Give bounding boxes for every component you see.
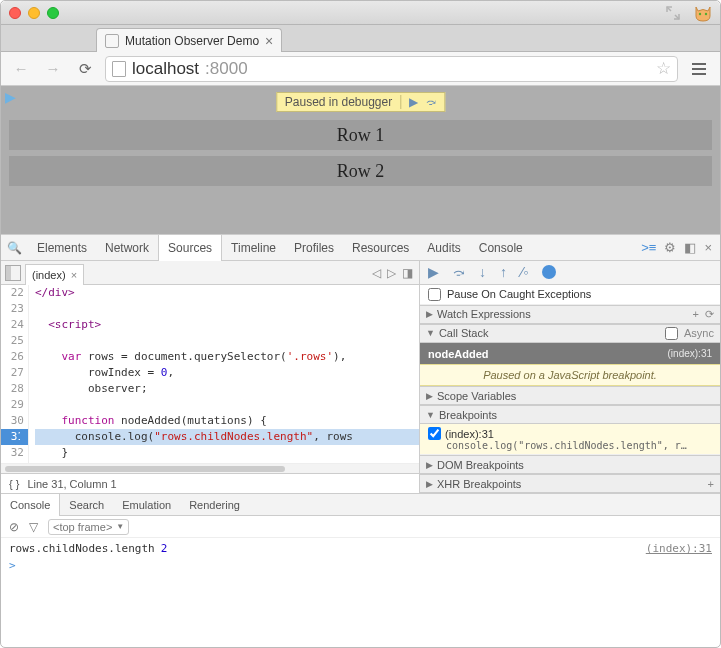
tab-audits[interactable]: Audits (418, 235, 469, 261)
drawer-tab-search[interactable]: Search (60, 494, 113, 516)
console-prompt[interactable]: > (1, 557, 720, 574)
show-sidebar-icon[interactable]: ◨ (402, 266, 413, 280)
xhr-bp-section-header[interactable]: ▶ XHR Breakpoints + (420, 474, 720, 493)
chevron-right-icon: ▶ (426, 309, 433, 319)
dom-bp-section-header[interactable]: ▶ DOM Breakpoints (420, 455, 720, 474)
horizontal-scrollbar[interactable] (1, 463, 419, 473)
add-watch-icon[interactable]: + (693, 308, 699, 320)
overlay-step-icon[interactable]: ⤼ (426, 95, 436, 109)
debugger-toolbar: ▶ ⤼ ↓ ↑ ⁄◦ (420, 261, 720, 285)
scope-section-header[interactable]: ▶ Scope Variables (420, 386, 720, 405)
callstack-section-header[interactable]: ▼ Call Stack Async (420, 324, 720, 343)
page-icon (112, 61, 126, 77)
settings-icon[interactable]: ⚙ (664, 240, 676, 255)
favicon-icon (105, 34, 119, 48)
chevron-right-icon: ▶ (426, 460, 433, 470)
callstack-frame[interactable]: nodeAdded (index):31 (420, 343, 720, 365)
reload-button[interactable]: ⟳ (73, 57, 97, 81)
url-port: :8000 (205, 59, 248, 79)
breakpoint-item[interactable]: (index):31 console.log("rows.childNodes.… (420, 424, 720, 455)
inspect-icon[interactable]: 🔍 (1, 235, 28, 261)
address-bar[interactable]: localhost:8000 ☆ (105, 56, 678, 82)
chevron-right-icon: ▶ (426, 391, 433, 401)
history-back-icon[interactable]: ◁ (372, 266, 381, 280)
close-file-tab-icon[interactable]: × (71, 269, 77, 281)
tab-timeline[interactable]: Timeline (222, 235, 285, 261)
console-source-link[interactable]: (index):31 (646, 542, 712, 555)
frame-selector[interactable]: <top frame>▼ (48, 519, 129, 535)
console-output[interactable]: rows.childNodes.length2 (index):31 > (1, 538, 720, 646)
resume-button[interactable]: ▶ (428, 264, 439, 280)
breakpoints-section-header[interactable]: ▼ Breakpoints (420, 405, 720, 424)
watch-section-header[interactable]: ▶ Watch Expressions +⟳ (420, 305, 720, 324)
zoom-window-button[interactable] (47, 7, 59, 19)
pretty-print-icon[interactable]: { } (9, 478, 19, 490)
dock-icon[interactable]: ◧ (684, 240, 696, 255)
tab-resources[interactable]: Resources (343, 235, 418, 261)
page-row: Row 2 (9, 156, 712, 186)
devtools-drawer: Console Search Emulation Rendering ⊘ ▽ <… (1, 493, 720, 646)
cursor-position: Line 31, Column 1 (27, 478, 116, 490)
debugger-sidebar: ▶ ⤼ ↓ ↑ ⁄◦ Pause On Caught Exceptions ▶ … (420, 261, 720, 493)
tab-close-button[interactable]: × (265, 33, 273, 49)
deactivate-bp-button[interactable]: ⁄◦ (521, 264, 528, 280)
browser-tabstrip: Mutation Observer Demo × (1, 25, 720, 52)
tab-network[interactable]: Network (96, 235, 158, 261)
close-window-button[interactable] (9, 7, 21, 19)
bookmark-star-icon[interactable]: ☆ (656, 58, 671, 79)
step-over-button[interactable]: ⤼ (453, 264, 465, 280)
devtools-tabs: 🔍 Elements Network Sources Timeline Prof… (1, 235, 720, 261)
frame-location: (index):31 (668, 348, 712, 359)
chevron-right-icon: ▶ (426, 479, 433, 489)
svg-point-1 (705, 13, 707, 15)
file-tab-label: (index) (32, 269, 66, 281)
resume-overlay-icon[interactable]: ▶ (5, 89, 16, 105)
page-row: Row 1 (9, 120, 712, 150)
close-devtools-icon[interactable]: × (704, 240, 712, 255)
step-out-button[interactable]: ↑ (500, 264, 507, 280)
back-button[interactable]: ← (9, 57, 33, 81)
tab-sources[interactable]: Sources (158, 235, 222, 261)
toggle-drawer-icon[interactable]: >≡ (641, 240, 656, 255)
paused-text: Paused in debugger (277, 95, 401, 109)
drawer-tab-emulation[interactable]: Emulation (113, 494, 180, 516)
pause-on-caught-checkbox[interactable] (428, 288, 441, 301)
clear-console-icon[interactable]: ⊘ (9, 520, 19, 534)
forward-button[interactable]: → (41, 57, 65, 81)
app-icon (693, 4, 713, 22)
code-editor[interactable]: 22232425262728293031323334353637 </div> … (1, 285, 419, 463)
url-host: localhost (132, 59, 199, 79)
drawer-tab-console[interactable]: Console (1, 494, 60, 516)
tab-elements[interactable]: Elements (28, 235, 96, 261)
chevron-down-icon: ▼ (116, 522, 124, 531)
async-checkbox[interactable] (665, 327, 678, 340)
devtools-panel: 🔍 Elements Network Sources Timeline Prof… (1, 234, 720, 646)
breakpoint-checkbox[interactable] (428, 427, 441, 440)
filter-icon[interactable]: ▽ (29, 520, 38, 534)
console-toolbar: ⊘ ▽ <top frame>▼ (1, 516, 720, 538)
fullscreen-icon[interactable] (666, 6, 680, 20)
menu-button[interactable] (686, 57, 712, 81)
minimize-window-button[interactable] (28, 7, 40, 19)
sources-panel: (index) × ◁ ▷ ◨ 222324252627282930313233… (1, 261, 420, 493)
frame-name: nodeAdded (428, 348, 489, 360)
svg-point-0 (699, 13, 701, 15)
step-into-button[interactable]: ↓ (479, 264, 486, 280)
add-xhr-bp-icon[interactable]: + (708, 478, 714, 490)
browser-tab[interactable]: Mutation Observer Demo × (96, 28, 282, 52)
source-file-tab[interactable]: (index) × (25, 264, 84, 286)
tab-title: Mutation Observer Demo (125, 34, 259, 48)
show-navigator-icon[interactable] (5, 265, 21, 281)
overlay-resume-icon[interactable]: ▶ (409, 95, 418, 109)
editor-status-bar: { } Line 31, Column 1 (1, 473, 419, 493)
pause-on-caught-row[interactable]: Pause On Caught Exceptions (420, 285, 720, 305)
breakpoint-label: (index):31 (445, 428, 494, 440)
refresh-watch-icon[interactable]: ⟳ (705, 308, 714, 321)
history-fwd-icon[interactable]: ▷ (387, 266, 396, 280)
tab-console[interactable]: Console (470, 235, 532, 261)
console-log-line: rows.childNodes.length2 (index):31 (1, 540, 720, 557)
tab-profiles[interactable]: Profiles (285, 235, 343, 261)
chevron-down-icon: ▼ (426, 410, 435, 420)
drawer-tab-rendering[interactable]: Rendering (180, 494, 249, 516)
pause-exceptions-button[interactable] (542, 265, 556, 279)
